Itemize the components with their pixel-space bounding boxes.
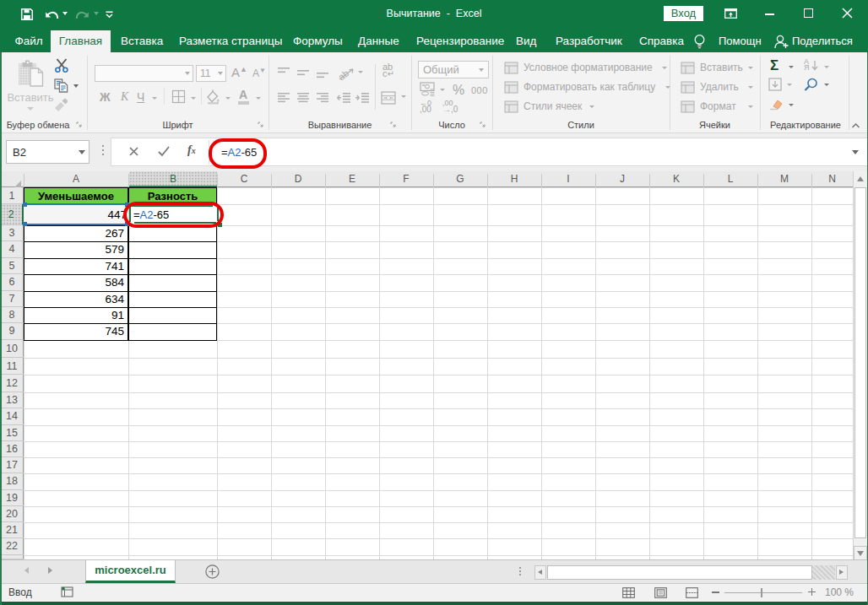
svg-text:ab: ab <box>336 68 350 81</box>
